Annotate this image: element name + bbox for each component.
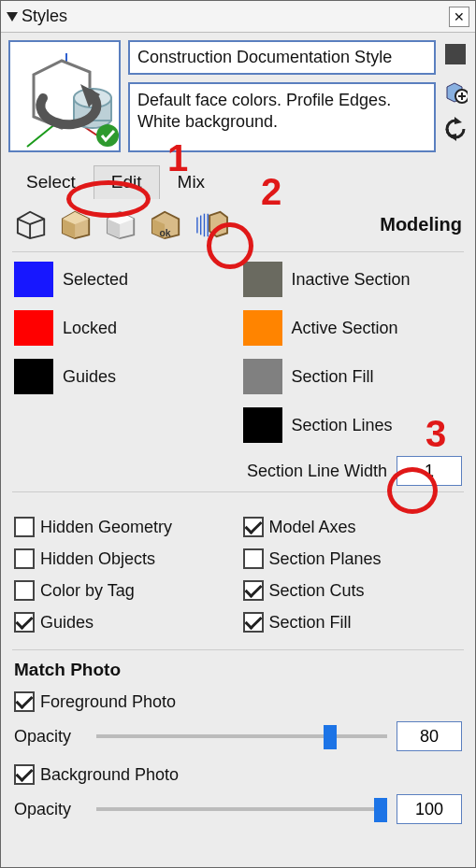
style-browser-icon[interactable] xyxy=(443,42,468,66)
background-opacity-input[interactable] xyxy=(397,794,462,824)
tab-edit[interactable]: Edit xyxy=(94,165,160,199)
tab-select[interactable]: Select xyxy=(8,165,94,199)
section-fill-checkbox[interactable] xyxy=(243,612,264,633)
checkbox-label: Guides xyxy=(40,613,94,633)
divider xyxy=(12,649,464,650)
divider xyxy=(12,251,464,252)
edge-settings-icon[interactable] xyxy=(14,208,50,240)
section-lines-color-swatch[interactable] xyxy=(243,407,282,443)
locked-color-swatch[interactable] xyxy=(14,310,53,346)
hidden-geometry-checkbox[interactable] xyxy=(14,517,35,537)
svg-marker-16 xyxy=(454,117,462,124)
foreground-opacity-slider[interactable] xyxy=(96,734,387,738)
swatch-label: Locked xyxy=(63,319,117,338)
swatch-label: Active Section xyxy=(292,319,398,338)
update-style-icon[interactable] xyxy=(443,117,468,141)
svg-marker-33 xyxy=(209,212,227,236)
watermark-settings-icon[interactable]: ok xyxy=(149,208,184,240)
svg-text:ok: ok xyxy=(159,228,170,238)
checkbox-label: Background Photo xyxy=(40,765,179,785)
collapse-icon[interactable] xyxy=(7,12,18,21)
section-line-width-input[interactable] xyxy=(397,456,462,486)
mode-bar: ok Modeling xyxy=(1,199,475,246)
svg-marker-18 xyxy=(18,212,44,238)
swatch-label: Section Lines xyxy=(292,416,393,435)
divider xyxy=(12,491,464,492)
background-photo-checkbox[interactable] xyxy=(14,764,35,785)
titlebar: Styles ✕ xyxy=(1,1,475,33)
section-fill-color-swatch[interactable] xyxy=(243,359,282,394)
style-header: Construction Documentation Style Default… xyxy=(1,33,475,160)
checkbox-label: Color by Tag xyxy=(40,581,135,601)
inactive-section-color-swatch[interactable] xyxy=(243,262,282,297)
display-options: Hidden Geometry Model Axes Hidden Object… xyxy=(1,502,475,633)
checkbox-label: Model Axes xyxy=(269,518,356,537)
close-icon: ✕ xyxy=(454,9,465,24)
checkbox-label: Foreground Photo xyxy=(40,692,176,712)
checkbox-label: Hidden Geometry xyxy=(40,518,172,537)
swatch-label: Section Fill xyxy=(292,367,374,387)
style-thumbnail[interactable] xyxy=(8,40,121,152)
hidden-objects-checkbox[interactable] xyxy=(14,548,35,569)
style-name-input[interactable]: Construction Documentation Style xyxy=(128,40,436,75)
section-title: Modeling xyxy=(380,214,462,235)
new-style-icon[interactable] xyxy=(443,79,468,104)
opacity-label: Opacity xyxy=(14,727,87,747)
foreground-opacity-input[interactable] xyxy=(397,721,462,751)
close-button[interactable]: ✕ xyxy=(449,7,469,27)
svg-point-8 xyxy=(96,124,119,147)
section-cuts-checkbox[interactable] xyxy=(243,580,264,601)
face-settings-icon[interactable] xyxy=(59,208,94,240)
guides-color-swatch[interactable] xyxy=(14,359,53,394)
selected-color-swatch[interactable] xyxy=(14,262,53,297)
color-swatches: Selected Inactive Section Locked Active … xyxy=(1,262,475,443)
modeling-settings-icon[interactable] xyxy=(194,208,229,240)
checkbox-label: Section Fill xyxy=(269,613,352,633)
checkbox-label: Section Cuts xyxy=(269,581,365,601)
checkbox-label: Hidden Objects xyxy=(40,549,155,569)
active-section-color-swatch[interactable] xyxy=(243,310,282,346)
model-axes-checkbox[interactable] xyxy=(243,517,264,537)
color-by-tag-checkbox[interactable] xyxy=(14,580,35,601)
section-planes-checkbox[interactable] xyxy=(243,548,264,569)
guides-checkbox[interactable] xyxy=(14,612,35,633)
swatch-label: Inactive Section xyxy=(292,270,411,290)
tab-mix[interactable]: Mix xyxy=(160,165,224,199)
tabs: Select Edit Mix xyxy=(1,160,475,199)
background-settings-icon[interactable] xyxy=(104,208,139,240)
foreground-photo-checkbox[interactable] xyxy=(14,691,35,712)
swatch-label: Selected xyxy=(63,270,128,290)
opacity-label: Opacity xyxy=(14,800,87,819)
swatch-label: Guides xyxy=(63,367,116,387)
match-photo-heading: Match Photo xyxy=(1,660,475,680)
checkbox-label: Section Planes xyxy=(269,549,382,569)
background-opacity-slider[interactable] xyxy=(96,807,387,811)
panel-title: Styles xyxy=(22,7,67,26)
style-description-input[interactable]: Default face colors. Profile Edges. Whit… xyxy=(128,82,436,152)
section-line-width-label: Section Line Width xyxy=(247,462,387,481)
